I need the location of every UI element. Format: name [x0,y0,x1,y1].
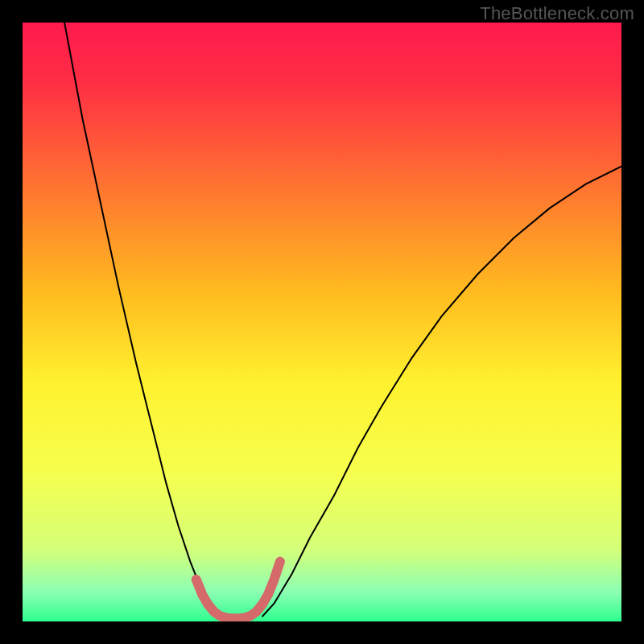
plot-area [23,23,621,621]
gradient-background [23,23,621,621]
watermark-text: TheBottleneck.com [480,3,634,24]
chart-svg [23,23,621,621]
chart-outer-frame: TheBottleneck.com [0,0,644,644]
